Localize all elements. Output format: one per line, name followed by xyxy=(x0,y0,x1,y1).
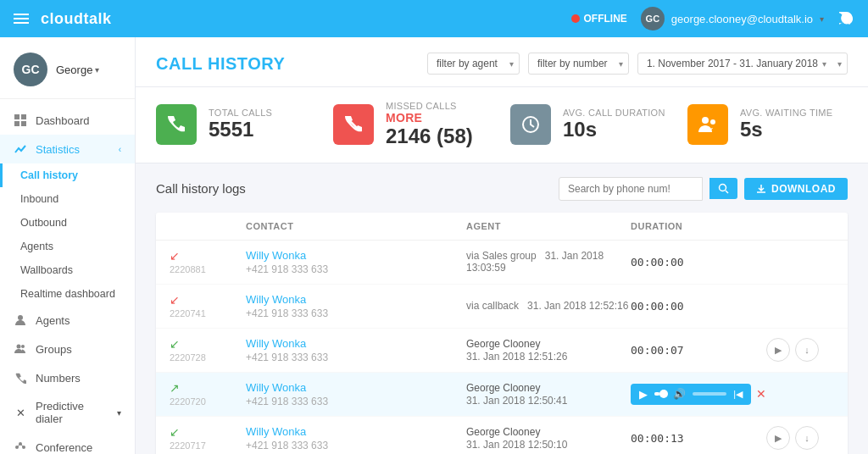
sidebar-item-numbers[interactable]: Numbers xyxy=(0,363,135,392)
col-contact: CONTACT xyxy=(246,221,466,231)
contact-info: Willy Wonka +421 918 333 633 xyxy=(246,249,466,275)
status-badge[interactable]: OFFLINE xyxy=(571,13,627,25)
contact-info: Willy Wonka +421 918 333 633 xyxy=(246,381,466,407)
contact-phone: +421 918 333 633 xyxy=(246,352,466,363)
sidebar-item-label: Predictive dialer xyxy=(36,400,108,425)
missed-call-icon: ↙ xyxy=(170,249,180,263)
contact-phone: +421 918 333 633 xyxy=(246,396,466,407)
table-row: ↙ 2220717 Willy Wonka +421 918 333 633 G… xyxy=(156,417,848,454)
chevron-down-icon: ▾ xyxy=(820,14,824,24)
topnav-left: cloudtalk xyxy=(14,10,112,28)
grid-icon xyxy=(14,114,27,127)
main-layout: GC George ▾ Dashboard Statistics ‹ xyxy=(0,37,868,454)
sidebar-item-label: Agents xyxy=(36,314,70,327)
sidebar-item-dashboard[interactable]: Dashboard xyxy=(0,106,135,135)
sidebar-item-realtime[interactable]: Realtime dashboard xyxy=(0,282,135,306)
chevron-left-icon: ‹ xyxy=(119,145,121,154)
stat-avg-waiting: AVG. WAITING TIME 5s xyxy=(687,101,848,149)
outbound-call-icon: ↗ xyxy=(170,381,180,395)
contact-name[interactable]: Willy Wonka xyxy=(246,425,466,438)
sidebar-item-predictive[interactable]: ✕ Predictive dialer ▾ xyxy=(0,392,135,433)
download-row-button[interactable]: ↓ xyxy=(795,426,819,450)
filter-by-agent[interactable]: filter by agent xyxy=(427,53,520,75)
user-info[interactable]: GC george.clooney@cloudtalk.io ▾ xyxy=(641,7,824,30)
stat-value: 2146 (58) xyxy=(386,125,493,149)
sidebar-item-agents-stats[interactable]: Agents xyxy=(0,235,135,258)
wait-icon xyxy=(687,104,728,145)
sidebar-item-groups[interactable]: Groups xyxy=(0,335,135,363)
col-duration: DURATION xyxy=(631,221,766,231)
play-button[interactable]: ▶ xyxy=(766,338,790,362)
audio-end-icon[interactable]: |◀ xyxy=(733,389,743,400)
sidebar-item-statistics[interactable]: Statistics ‹ xyxy=(0,135,135,163)
contact-phone: +421 918 333 633 xyxy=(246,263,466,275)
sidebar-item-conference[interactable]: Conference xyxy=(0,433,135,454)
sidebar-item-label: Outbound xyxy=(20,217,67,229)
chevron-down-icon: ▾ xyxy=(117,408,121,418)
sidebar-item-inbound[interactable]: Inbound xyxy=(0,187,135,211)
duration: 00:00:00 xyxy=(631,300,766,313)
svg-point-17 xyxy=(702,117,709,124)
audio-player[interactable]: ▶ 🔊 |◀ xyxy=(631,384,751,405)
duration: 00:00:07 xyxy=(631,344,766,357)
date-range-picker[interactable]: 1. November 2017 - 31. January 2018 xyxy=(637,53,848,75)
sidebar-item-call-history[interactable]: Call history xyxy=(0,163,135,187)
contact-name[interactable]: Willy Wonka xyxy=(246,337,466,350)
stat-info-duration: AVG. CALL DURATION 10s xyxy=(563,108,665,142)
header-filters: filter by agent filter by number 1. Nove… xyxy=(427,53,848,75)
contact-name[interactable]: Willy Wonka xyxy=(246,249,466,262)
svg-line-10 xyxy=(17,444,20,447)
sidebar: GC George ▾ Dashboard Statistics ‹ xyxy=(0,37,136,454)
volume-slider[interactable] xyxy=(693,392,726,396)
page-header: CALL HISTORY filter by agent filter by n… xyxy=(136,37,868,87)
stat-total-calls: TOTAL CALLS 5551 xyxy=(156,101,316,149)
sidebar-user[interactable]: GC George ▾ xyxy=(0,37,135,99)
svg-rect-1 xyxy=(21,114,26,119)
sidebar-item-label: Agents xyxy=(20,241,53,252)
sidebar-item-wallboards[interactable]: Wallboards xyxy=(0,258,135,282)
stat-label: TOTAL CALLS xyxy=(209,108,272,118)
sidebar-item-label: Inbound xyxy=(20,193,58,205)
call-history-table: CONTACT AGENT DURATION ↙ 2220881 Willy W… xyxy=(156,213,848,454)
hamburger-icon[interactable] xyxy=(14,14,29,24)
table-header: Call history logs DOWNLOAD xyxy=(156,177,848,201)
audio-player-container: ▶ 🔊 |◀ ✕ xyxy=(631,384,766,405)
filter-by-number[interactable]: filter by number xyxy=(528,53,629,75)
sidebar-item-agents[interactable]: Agents xyxy=(0,306,135,335)
audio-volume-icon[interactable]: 🔊 xyxy=(673,388,686,400)
phone-icon xyxy=(156,104,197,145)
sidebar-item-label: Conference xyxy=(36,441,92,454)
page-title: CALL HISTORY xyxy=(156,54,285,74)
search-input[interactable] xyxy=(559,177,703,201)
play-button[interactable]: ▶ xyxy=(766,426,790,450)
contact-name[interactable]: Willy Wonka xyxy=(246,381,466,394)
stat-label: AVG. CALL DURATION xyxy=(563,108,665,118)
close-icon[interactable]: ✕ xyxy=(756,387,766,401)
contact-name[interactable]: Willy Wonka xyxy=(246,293,466,306)
missed-icon xyxy=(333,104,374,145)
row-actions: ▶ ↓ xyxy=(766,426,834,450)
conf-icon xyxy=(14,440,27,454)
clock-icon xyxy=(510,104,551,145)
sidebar-item-label: Realtime dashboard xyxy=(20,288,115,300)
brand-logo: cloudtalk xyxy=(41,10,112,28)
table-row: ↙ 2220881 Willy Wonka +421 918 333 633 v… xyxy=(156,241,848,285)
duration: 00:00:00 xyxy=(631,256,766,269)
stats-row: TOTAL CALLS 5551 MISSED CALLS MORE 2146 … xyxy=(136,87,868,163)
sidebar-item-outbound[interactable]: Outbound xyxy=(0,211,135,235)
stat-info-waiting: AVG. WAITING TIME 5s xyxy=(740,108,832,142)
audio-progress-bar[interactable] xyxy=(654,392,666,396)
table-row: ↗ 2220720 Willy Wonka +421 918 333 633 G… xyxy=(156,373,848,417)
sidebar-item-label: Numbers xyxy=(36,372,81,385)
download-row-button[interactable]: ↓ xyxy=(795,338,819,362)
call-id: ↙ 2220881 xyxy=(170,249,246,274)
search-button[interactable] xyxy=(709,178,737,199)
audio-play-button[interactable]: ▶ xyxy=(639,388,648,401)
power-icon[interactable] xyxy=(837,10,854,27)
content-area: CALL HISTORY filter by agent filter by n… xyxy=(136,37,868,454)
stat-missed-calls: MISSED CALLS MORE 2146 (58) xyxy=(333,101,493,149)
download-button[interactable]: DOWNLOAD xyxy=(744,178,848,200)
agent-info: George Clooney 31. Jan 2018 12:51:26 xyxy=(466,338,631,363)
table-section: Call history logs DOWNLOAD CONTACT xyxy=(136,163,868,454)
table-row: ↙ 2220728 Willy Wonka +421 918 333 633 G… xyxy=(156,329,848,373)
